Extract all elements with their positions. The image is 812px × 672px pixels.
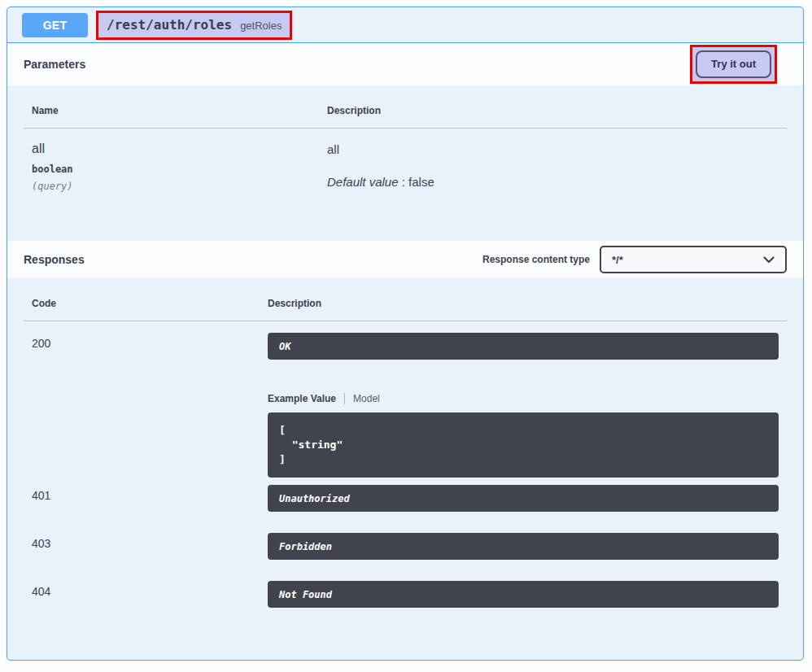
response-code: 200: [32, 333, 268, 478]
response-description-box: OK: [268, 333, 779, 360]
default-value-label: Default value: [327, 175, 399, 189]
example-json-box: [ "string" ]: [268, 412, 779, 478]
description-column-header: Description: [327, 105, 779, 116]
description-column-header: Description: [268, 298, 779, 309]
operation-summary[interactable]: GET /rest/auth/roles getRoles: [7, 7, 803, 43]
responses-table: Code Description 200 OK Example Value Mo…: [7, 278, 803, 608]
response-description-box: Unauthorized: [268, 485, 779, 512]
http-method-badge: GET: [22, 13, 88, 37]
responses-table-head: Code Description: [24, 278, 787, 321]
json-line: [: [279, 424, 286, 436]
json-line: ]: [279, 453, 286, 465]
response-description-box: Not Found: [268, 581, 779, 608]
response-row-403: 403 Forbidden: [24, 533, 787, 560]
annotation-box-endpoint: /rest/auth/roles getRoles: [96, 11, 292, 40]
response-content-type-select[interactable]: */*: [600, 246, 787, 273]
response-content-type-wrap: Response content type */*: [482, 246, 787, 273]
name-column-header: Name: [32, 105, 327, 116]
try-it-out-button[interactable]: Try it out: [696, 50, 771, 78]
parameter-default: Default value : false: [327, 175, 779, 189]
parameter-name: all: [32, 142, 327, 156]
parameter-location: (query): [32, 181, 327, 192]
response-row-404: 404 Not Found: [24, 581, 787, 608]
parameters-header: Parameters Try it out: [7, 43, 803, 85]
response-code: 404: [32, 581, 268, 608]
responses-header: Responses Response content type */*: [7, 241, 803, 278]
response-code: 403: [32, 533, 268, 560]
parameters-table: Name Description all boolean (query) all…: [7, 85, 803, 241]
operation-id: getRoles: [240, 20, 282, 32]
response-content-type-label: Response content type: [482, 254, 590, 265]
default-value: : false: [399, 175, 434, 189]
parameter-type: boolean: [32, 164, 327, 175]
operation-block: GET /rest/auth/roles getRoles Parameters…: [7, 7, 804, 661]
response-row-401: 401 Unauthorized: [24, 485, 787, 512]
parameter-row: all boolean (query) all Default value : …: [24, 129, 787, 241]
response-row-200: 200 OK Example Value Model [ "string" ]: [24, 321, 787, 478]
tab-example-value[interactable]: Example Value: [268, 393, 345, 404]
parameters-title: Parameters: [24, 58, 85, 71]
json-line: "string": [279, 439, 343, 451]
response-content-type-value: */*: [612, 254, 623, 266]
responses-title: Responses: [24, 253, 85, 266]
parameters-table-head: Name Description: [24, 85, 787, 129]
tab-model[interactable]: Model: [345, 393, 380, 404]
response-code: 401: [32, 485, 268, 512]
model-example-tabs: Example Value Model: [268, 393, 779, 404]
response-description-box: Forbidden: [268, 533, 779, 560]
parameter-description: all: [327, 142, 779, 156]
chevron-down-icon: [763, 256, 775, 264]
endpoint-path: /rest/auth/roles: [107, 17, 232, 33]
code-column-header: Code: [32, 298, 268, 309]
annotation-box-try-it-out: Try it out: [690, 45, 777, 84]
